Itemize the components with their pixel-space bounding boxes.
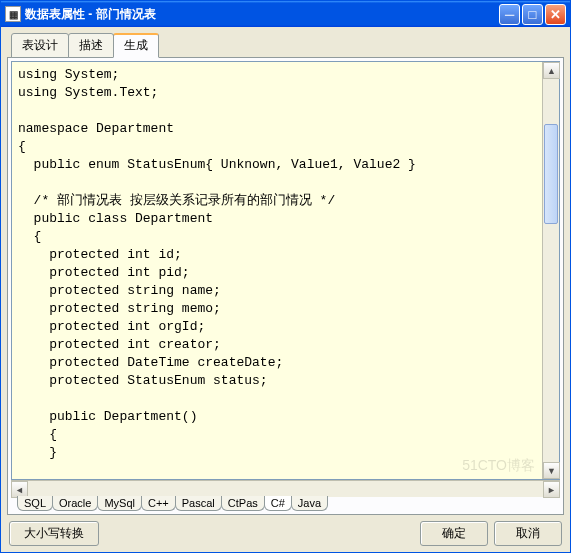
top-tabstrip: 表设计 描述 生成 [7, 33, 564, 58]
cancel-button[interactable]: 取消 [494, 521, 562, 546]
lang-tab-mysql[interactable]: MySql [97, 496, 142, 511]
ok-button[interactable]: 确定 [420, 521, 488, 546]
bottom-tabstrip: SQL Oracle MySql C++ Pascal CtPas C# Jav… [11, 496, 560, 511]
close-button[interactable]: ✕ [545, 4, 566, 25]
v-scroll-thumb[interactable] [544, 124, 558, 224]
case-toggle-button[interactable]: 大小写转换 [9, 521, 99, 546]
vertical-scrollbar[interactable]: ▲ ▼ [542, 62, 559, 479]
editor-panel: using System; using System.Text; namespa… [7, 57, 564, 515]
tab-description[interactable]: 描述 [68, 33, 114, 58]
window-title: 数据表属性 - 部门情况表 [25, 6, 499, 23]
editor-box: using System; using System.Text; namespa… [11, 61, 560, 480]
main-window: ▦ 数据表属性 - 部门情况表 ─ □ ✕ 表设计 描述 生成 using Sy… [0, 0, 571, 553]
code-editor[interactable]: using System; using System.Text; namespa… [12, 62, 542, 479]
lang-tab-java[interactable]: Java [291, 496, 328, 511]
client-area: 表设计 描述 生成 using System; using System.Tex… [1, 27, 570, 552]
tab-generate[interactable]: 生成 [113, 33, 159, 58]
window-controls: ─ □ ✕ [499, 4, 566, 25]
horizontal-scrollbar[interactable]: ◄ ► [11, 480, 560, 497]
v-scroll-track[interactable] [543, 79, 559, 462]
tab-table-design[interactable]: 表设计 [11, 33, 69, 58]
app-icon: ▦ [5, 6, 21, 22]
lang-tab-csharp[interactable]: C# [264, 496, 292, 511]
lang-tab-ctpas[interactable]: CtPas [221, 496, 265, 511]
button-row: 大小写转换 确定 取消 [7, 515, 564, 548]
scroll-up-icon[interactable]: ▲ [543, 62, 560, 79]
scroll-down-icon[interactable]: ▼ [543, 462, 560, 479]
titlebar[interactable]: ▦ 数据表属性 - 部门情况表 ─ □ ✕ [1, 1, 570, 27]
maximize-button[interactable]: □ [522, 4, 543, 25]
lang-tab-sql[interactable]: SQL [17, 496, 53, 511]
minimize-button[interactable]: ─ [499, 4, 520, 25]
lang-tab-pascal[interactable]: Pascal [175, 496, 222, 511]
h-scroll-track[interactable] [28, 481, 543, 497]
lang-tab-oracle[interactable]: Oracle [52, 496, 98, 511]
lang-tab-cpp[interactable]: C++ [141, 496, 176, 511]
